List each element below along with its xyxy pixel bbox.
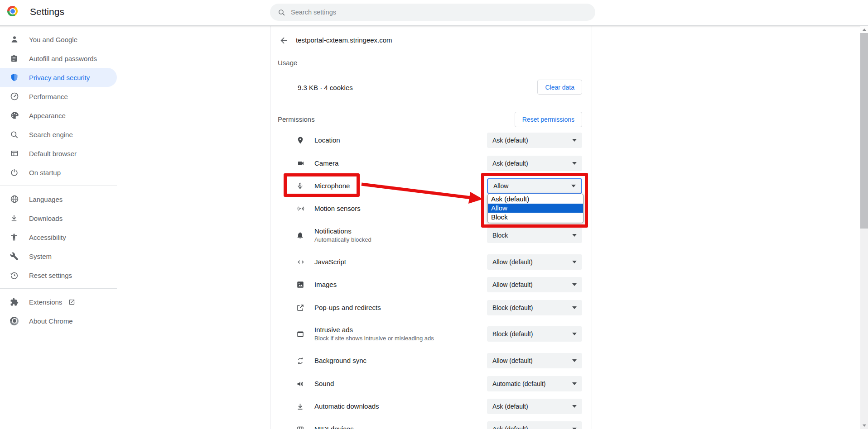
chevron-down-icon <box>572 139 577 142</box>
sidebar-item-you-and-google[interactable]: You and Google <box>0 30 117 49</box>
chevron-down-icon <box>572 162 577 165</box>
chevron-down-icon <box>572 405 577 408</box>
sidebar-item-about-chrome[interactable]: About Chrome <box>0 311 117 330</box>
permission-row-camera: Camera Ask (default) <box>270 152 592 175</box>
app-header: Settings <box>0 0 868 25</box>
chevron-down-icon <box>572 382 577 385</box>
sidebar: You and Google Autofill and passwords Pr… <box>0 25 119 330</box>
history-clock-icon <box>10 271 21 280</box>
chrome-gray-icon <box>10 316 21 325</box>
sidebar-divider <box>0 186 117 186</box>
midi-keys-icon <box>296 425 307 429</box>
location-pin-icon <box>296 136 307 145</box>
sidebar-item-default-browser[interactable]: Default browser <box>0 144 117 163</box>
scrollbar-up-button[interactable] <box>860 26 868 33</box>
sidebar-item-search-engine[interactable]: Search engine <box>0 125 117 144</box>
camera-permission-select[interactable]: Ask (default) <box>487 156 582 171</box>
notifications-permission-select[interactable]: Block <box>487 228 582 243</box>
sidebar-item-system[interactable]: System <box>0 247 117 266</box>
permission-row-background-sync: Background sync Allow (default) <box>270 349 592 372</box>
clipboard-icon <box>10 54 21 63</box>
site-domain: testportal-cxteam.stringeex.com <box>296 36 392 44</box>
sound-permission-select[interactable]: Automatic (default) <box>487 376 582 391</box>
scroll-down-icon <box>863 424 866 427</box>
sidebar-item-reset-settings[interactable]: Reset settings <box>0 266 117 285</box>
sidebar-item-extensions[interactable]: Extensions <box>0 292 117 311</box>
ad-window-icon <box>296 330 307 338</box>
scrollbar[interactable] <box>860 26 868 429</box>
search-settings-box[interactable] <box>270 4 595 21</box>
code-brackets-icon <box>296 258 307 266</box>
scroll-up-icon <box>863 29 866 31</box>
chrome-settings-page: Settings You and Google Autofill and pas… <box>0 0 868 429</box>
chevron-down-icon <box>572 359 577 362</box>
scrollbar-thumb[interactable] <box>860 33 868 229</box>
images-permission-select[interactable]: Allow (default) <box>487 277 582 292</box>
scrollbar-down-button[interactable] <box>860 424 868 427</box>
chevron-down-icon <box>572 261 577 263</box>
microphone-icon <box>296 181 307 191</box>
sidebar-item-downloads[interactable]: Downloads <box>0 209 117 228</box>
sidebar-divider <box>0 288 117 289</box>
chevron-down-icon <box>572 333 577 335</box>
background-sync-permission-select[interactable]: Allow (default) <box>487 353 582 368</box>
permission-row-automatic-downloads: Automatic downloads Ask (default) <box>270 395 592 418</box>
search-icon <box>278 9 285 16</box>
permission-row-intrusive-ads: Intrusive ads Block if site shows intrus… <box>270 320 592 348</box>
dropdown-option-allow-selected[interactable]: Allow <box>488 204 583 213</box>
sidebar-item-accessibility[interactable]: Accessibility <box>0 228 117 247</box>
chevron-down-icon <box>572 306 577 309</box>
dropdown-option-block[interactable]: Block <box>488 213 583 222</box>
chevron-down-icon <box>572 283 577 286</box>
permission-row-sound: Sound Automatic (default) <box>270 372 592 395</box>
permission-row-midi-devices: MIDI devices Ask (default) <box>270 418 592 429</box>
intrusive-ads-permission-select[interactable]: Block (default) <box>487 326 582 342</box>
javascript-permission-select[interactable]: Allow (default) <box>487 254 582 270</box>
back-button[interactable] <box>278 34 289 46</box>
usage-summary: 9.3 KB · 4 cookies <box>298 84 353 91</box>
video-camera-icon <box>296 160 307 167</box>
shield-icon <box>10 73 21 82</box>
permissions-section-label: Permissions <box>278 115 315 123</box>
sidebar-item-languages[interactable]: Languages <box>0 190 117 209</box>
image-icon <box>296 281 307 289</box>
sidebar-item-appearance[interactable]: Appearance <box>0 106 117 125</box>
motion-sensors-icon <box>296 205 307 213</box>
permission-row-notifications: Notifications Automatically blocked Bloc… <box>270 222 592 249</box>
dropdown-option-ask-default[interactable]: Ask (default) <box>488 195 583 204</box>
clear-data-button[interactable]: Clear data <box>537 80 582 95</box>
location-permission-select[interactable]: Ask (default) <box>487 133 582 148</box>
person-icon <box>10 35 21 44</box>
page-title: Settings <box>30 6 64 17</box>
microphone-permission-select[interactable]: Allow <box>487 178 582 194</box>
external-link-icon <box>68 299 75 305</box>
popups-permission-select[interactable]: Block (default) <box>487 300 582 315</box>
search-settings-input[interactable] <box>291 9 563 16</box>
usage-section-label: Usage <box>278 59 297 67</box>
sidebar-item-on-startup[interactable]: On startup <box>0 163 117 182</box>
permission-row-popups: Pop-ups and redirects Block (default) <box>270 296 592 319</box>
sidebar-item-performance[interactable]: Performance <box>0 87 117 106</box>
sync-arrows-icon <box>296 357 307 365</box>
header-divider <box>0 25 868 28</box>
globe-icon <box>10 195 21 204</box>
midi-devices-permission-select[interactable]: Ask (default) <box>487 421 582 429</box>
permission-row-images: Images Allow (default) <box>270 273 592 296</box>
power-icon <box>10 168 21 177</box>
sidebar-item-privacy-and-security[interactable]: Privacy and security <box>0 68 117 87</box>
download-icon <box>10 214 21 223</box>
wrench-icon <box>10 252 21 261</box>
permission-row-location: Location Ask (default) <box>270 129 592 152</box>
browser-window-icon <box>10 149 21 158</box>
sidebar-item-autofill[interactable]: Autofill and passwords <box>0 49 117 68</box>
speaker-icon <box>296 380 307 388</box>
automatic-downloads-permission-select[interactable]: Ask (default) <box>487 399 582 414</box>
microphone-permission-dropdown-menu: Ask (default) Allow Block <box>487 194 583 223</box>
site-details-panel: testportal-cxteam.stringeex.com Usage 9.… <box>270 26 592 429</box>
reset-permissions-button[interactable]: Reset permissions <box>515 112 582 127</box>
chevron-down-icon <box>571 185 576 187</box>
speedometer-icon <box>10 92 21 101</box>
magnifier-icon <box>10 130 21 139</box>
chevron-down-icon <box>572 234 577 237</box>
arrow-left-icon <box>279 36 289 45</box>
